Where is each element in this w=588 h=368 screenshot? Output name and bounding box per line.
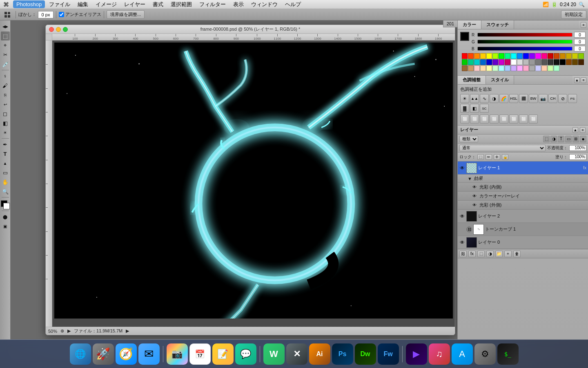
color-swatch-aaffff[interactable] xyxy=(499,65,504,71)
layer-type-filter[interactable]: 種類 xyxy=(459,136,478,142)
color-swatch-ffcc00[interactable] xyxy=(480,53,486,59)
adj-vibrance[interactable]: 🌈 xyxy=(499,94,508,103)
color-swatch-777777[interactable] xyxy=(535,59,541,65)
tool-healing[interactable]: ⚕ xyxy=(1,72,10,81)
apple-menu[interactable]: ⌘ xyxy=(3,1,9,8)
color-swatch-ffffff[interactable] xyxy=(511,59,517,65)
dock-dw[interactable]: Dw xyxy=(355,343,376,365)
color-swatch-664400[interactable] xyxy=(572,59,578,65)
layer-entry-2[interactable]: 👁 レイヤー 2 xyxy=(458,210,588,223)
canvas-container[interactable] xyxy=(52,40,455,327)
color-swatch-884400[interactable] xyxy=(566,59,572,65)
sub-layer-color-overlay[interactable]: 👁 カラーオーバーレイ xyxy=(458,192,588,201)
dock-x-app[interactable]: ✕ xyxy=(286,343,307,365)
outer-glow-eye[interactable]: 👁 xyxy=(472,203,477,207)
adj-threshold[interactable]: ▓ xyxy=(460,104,469,113)
color-swatch-8800ff[interactable] xyxy=(529,53,535,59)
adj-curves[interactable]: ∿ xyxy=(480,94,489,103)
maximize-button[interactable] xyxy=(63,27,68,32)
opacity-input[interactable] xyxy=(569,145,586,151)
color-swatch-00cccc[interactable] xyxy=(474,59,480,65)
tab-adjustment[interactable]: 色調補整 xyxy=(458,76,486,84)
color-swatch-ff4400[interactable] xyxy=(468,53,474,59)
menu-file[interactable]: ファイル xyxy=(46,0,74,9)
tool-eraser[interactable]: ◻ xyxy=(1,109,10,118)
layer0-visibility[interactable]: 👁 xyxy=(459,240,465,245)
adj-panel-menu[interactable]: ≡ xyxy=(581,77,586,83)
layer-entry-tonecurve[interactable]: ⛓ ∿ トーンカーブ 1 xyxy=(458,223,588,236)
dock-finder[interactable]: 🌐 xyxy=(70,343,91,365)
tool-shape[interactable]: ▭ xyxy=(1,168,10,177)
inner-glow-eye[interactable]: 👁 xyxy=(472,185,477,189)
dock-messages[interactable]: 💬 xyxy=(235,343,256,365)
color-swatch-ccaaff[interactable] xyxy=(511,65,517,71)
color-swatch-ffff00[interactable] xyxy=(486,53,492,59)
color-swatch-0000ff[interactable] xyxy=(523,53,529,59)
color-swatch-ccaa00[interactable] xyxy=(566,53,572,59)
sub-layer-outer-glow[interactable]: 👁 光彩 (外側) xyxy=(458,201,588,210)
antialias-checkbox[interactable]: アンチエイリアス xyxy=(59,11,101,18)
color-swatch-ffccaa[interactable] xyxy=(541,65,547,71)
dock-ps-app[interactable]: Ps xyxy=(332,343,353,365)
tool-type[interactable]: T xyxy=(1,149,10,158)
blue-slider[interactable] xyxy=(477,47,572,51)
adj-icon2-1[interactable]: ⬜ xyxy=(460,114,469,123)
color-swatch-ff8800[interactable] xyxy=(474,53,480,59)
menu-help[interactable]: ヘルプ xyxy=(282,0,304,9)
tool-path-select[interactable]: ▲ xyxy=(1,159,10,168)
close-button[interactable] xyxy=(49,27,54,32)
menu-layer[interactable]: レイヤー xyxy=(121,0,149,9)
refine-edge-button[interactable]: 境界線を調整... xyxy=(107,10,145,19)
color-swatch-cc00cc[interactable] xyxy=(499,59,504,65)
color-swatch-cccc00[interactable] xyxy=(572,53,578,59)
layer-mask-btn[interactable]: ⬚ xyxy=(477,251,485,257)
color-swatch-0088ff[interactable] xyxy=(517,53,523,59)
adj-icon2-2[interactable]: ⬜ xyxy=(470,114,479,123)
layer-delete-btn[interactable]: 🗑 xyxy=(513,251,521,257)
menu-view[interactable]: 表示 xyxy=(230,0,247,9)
dock-syspref[interactable]: ⚙ xyxy=(474,343,496,365)
color-swatch-cc4400[interactable] xyxy=(554,53,559,59)
lock-pixels[interactable]: ⬚ xyxy=(477,154,484,160)
search-icon[interactable]: 🔍 xyxy=(579,2,585,7)
blue-value[interactable] xyxy=(574,46,586,52)
adj-icon2-8[interactable]: ⬜ xyxy=(529,114,538,123)
color-swatch-996633[interactable] xyxy=(462,65,468,71)
lock-move[interactable]: ✛ xyxy=(494,154,500,160)
fill-input[interactable] xyxy=(569,154,586,160)
effects-arrow[interactable]: ▼ xyxy=(468,176,472,181)
color-swatch-ffaacc[interactable] xyxy=(523,65,529,71)
layer-new-btn[interactable]: + xyxy=(504,251,512,257)
tonecurve-visibility[interactable] xyxy=(459,227,465,232)
layers-collapse-btn[interactable]: ▲ xyxy=(572,127,578,133)
dock-notes[interactable]: 📝 xyxy=(212,343,234,365)
color-swatch-cc8800[interactable] xyxy=(560,53,566,59)
dock-photos[interactable]: 📷 xyxy=(167,343,188,365)
color-swatch-cc0000[interactable] xyxy=(548,53,553,59)
adj-selective-color[interactable]: SC xyxy=(480,104,489,113)
filter-shape[interactable]: ▭ xyxy=(565,136,572,142)
color-swatch-555555[interactable] xyxy=(541,59,547,65)
feather-input[interactable] xyxy=(38,11,53,18)
red-value[interactable] xyxy=(574,32,586,38)
sub-layer-inner-glow[interactable]: 👁 光彩 (内側) xyxy=(458,183,588,192)
color-swatch-ffffaa[interactable] xyxy=(486,65,492,71)
layers-panel-header[interactable]: レイヤー ▲ ≡ xyxy=(458,126,588,135)
adj-icon2-7[interactable]: ⬜ xyxy=(519,114,528,123)
tool-gradient[interactable]: ◧ xyxy=(1,119,10,128)
color-swatch-6600cc[interactable] xyxy=(492,59,498,65)
green-value[interactable] xyxy=(574,39,586,45)
red-slider[interactable] xyxy=(477,33,572,37)
tool-eyedropper[interactable]: 💉 xyxy=(1,60,10,69)
color-swatch-ffaaff[interactable] xyxy=(517,65,523,71)
layer-entry-0[interactable]: 👁 レイヤー 0 xyxy=(458,236,588,249)
tool-hand[interactable]: ✋ xyxy=(1,177,10,186)
layer2-visibility[interactable]: 👁 xyxy=(459,213,465,219)
color-swatch[interactable] xyxy=(1,200,10,209)
adj-icon2-3[interactable]: ⬜ xyxy=(480,114,489,123)
layer-entry-1[interactable]: 👁 レイヤー 1 fx xyxy=(458,162,588,175)
tab-swatches[interactable]: スウォッチ xyxy=(481,20,514,29)
tool-history-brush[interactable]: ↩ xyxy=(1,100,10,109)
color-overlay-eye[interactable]: 👁 xyxy=(472,194,477,198)
blend-mode-select[interactable]: 通常 xyxy=(459,145,546,151)
